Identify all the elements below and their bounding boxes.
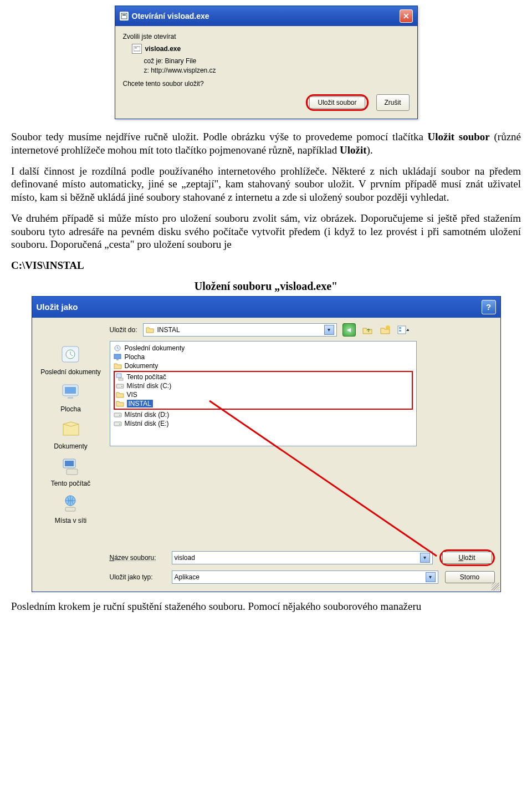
back-icon[interactable]: ◄ [342,323,356,337]
svg-rect-3 [135,48,137,48]
filename-label: Název souboru: [110,554,165,562]
saveas-title: Uložit jako [37,302,78,312]
tree-documents[interactable]: Dokumenty [114,361,413,370]
savein-combo[interactable]: INSTAL ▾ [143,323,337,337]
svg-rect-2 [134,47,140,51]
svg-rect-20 [116,359,119,360]
svg-rect-0 [121,13,127,19]
saveas-titlebar[interactable]: Uložit jako ? [32,297,500,318]
chevron-down-icon[interactable]: ▾ [420,553,430,563]
svg-rect-21 [116,374,121,378]
tree-mycomputer[interactable]: Tento počítač [116,373,411,381]
section-title: Uložení souboru „visload.exe" [11,280,521,293]
svg-rect-7 [65,387,76,394]
svg-point-14 [386,325,390,330]
svg-rect-22 [119,378,123,380]
svg-rect-10 [65,461,74,466]
tree-desktop[interactable]: Plocha [114,353,413,361]
tree-instal-folder[interactable]: INSTAL [116,399,411,408]
tree-drive-e[interactable]: Místní disk (E:) [114,419,413,428]
svg-rect-19 [114,354,121,359]
tree-recent[interactable]: Poslední dokumenty [114,344,413,353]
file-source-row: z: http://www.visplzen.cz [144,67,410,74]
highlight-ring: Uložit soubor [306,94,368,111]
svg-point-28 [119,424,120,425]
tree-vis-folder[interactable]: VIS [116,390,411,399]
sidebar-recent[interactable]: Poslední dokumenty [38,344,104,376]
paragraph-1: Soubor tedy musíme nejdříve ručně uložit… [11,130,521,157]
close-icon[interactable]: ✕ [400,9,413,23]
chevron-down-icon[interactable]: ▾ [426,572,436,582]
recommended-path: C:\VIS\INSTAL [11,259,521,272]
dialog-body: Zvolili jste otevírat visload.exe což je… [115,26,417,119]
network-icon [60,493,82,514]
cancel-button[interactable]: Zrušit [376,94,410,111]
folder-open-icon [116,391,124,399]
highlight-ring-save: Uložit [439,549,495,566]
save-button[interactable]: Uložit [442,552,492,564]
svg-rect-25 [114,413,121,417]
filetype-label: Uložit jako typ: [110,573,165,581]
recent-docs-icon [60,344,82,365]
help-icon[interactable]: ? [482,300,496,314]
svg-rect-17 [399,330,401,332]
resize-grip-icon[interactable] [492,583,499,590]
computer-icon [60,456,82,477]
sidebar-mycomputer[interactable]: Tento počítač [38,456,104,487]
svg-rect-27 [114,422,121,426]
dialog-titlebar[interactable]: Otevírání visload.exe ✕ [115,6,417,26]
filename: visload.exe [145,45,181,53]
paragraph-4: Posledním krokem je ruční spuštění staže… [11,600,521,613]
desktop-small-icon [114,353,122,361]
new-folder-icon[interactable] [379,324,391,336]
svg-rect-11 [66,469,78,475]
svg-rect-13 [65,507,75,511]
view-menu-icon[interactable] [397,324,409,336]
computer-small-icon [116,373,124,381]
drive-icon [114,411,122,419]
folder-small-icon [114,362,122,370]
documents-icon [60,419,82,440]
paragraph-2: I další činnost je rozdílná podle použív… [11,165,521,204]
sidebar-network[interactable]: Místa v síti [38,493,104,524]
folder-icon [146,326,154,334]
up-folder-icon[interactable] [361,324,374,336]
tree-drive-c[interactable]: Místní disk (C:) [116,381,411,390]
file-type-row: což je: Binary File [144,57,410,65]
drive-icon [114,420,122,427]
svg-rect-1 [122,14,126,16]
filename-input[interactable]: visload ▾ [172,551,433,564]
app-icon [120,12,129,21]
recent-icon [114,344,122,352]
sidebar-documents[interactable]: Dokumenty [38,419,104,450]
filetype-select[interactable]: Aplikace ▾ [172,570,438,584]
download-dialog: Otevírání visload.exe ✕ Zvolili jste ote… [115,6,418,119]
svg-point-24 [121,386,122,387]
dialog-question: Chcete tento soubor uložit? [123,80,410,88]
drive-icon [116,382,124,390]
save-file-button[interactable]: Uložit soubor [309,96,365,109]
savein-value: INSTAL [157,326,180,334]
folder-selected-icon [116,400,124,407]
dialog-intro: Zvolili jste otevírat [123,33,410,40]
places-sidebar: Poslední dokumenty Plocha Dokumenty Tent… [38,323,104,584]
savein-label: Uložit do: [110,326,137,334]
tree-drive-d[interactable]: Místní disk (D:) [114,410,413,419]
svg-rect-16 [399,327,401,329]
folder-tree[interactable]: Poslední dokumenty Plocha Dokumenty Tent… [110,341,417,446]
dialog-title: Otevírání visload.exe [132,12,209,21]
paragraph-3: Ve druhém případě si může místo pro ulož… [11,212,521,251]
svg-rect-23 [116,384,124,388]
sidebar-desktop[interactable]: Plocha [38,381,104,413]
svg-rect-8 [68,397,73,399]
file-icon [132,44,142,54]
save-as-dialog: Uložit jako ? Poslední dokumenty Plocha … [32,296,501,592]
storno-button[interactable]: Storno [445,571,495,583]
svg-point-26 [119,415,120,416]
tree-highlight-box: Tento počítač Místní disk (C:) VIS INSTA… [114,371,413,410]
chevron-down-icon[interactable]: ▾ [324,325,334,335]
desktop-icon [60,381,82,402]
